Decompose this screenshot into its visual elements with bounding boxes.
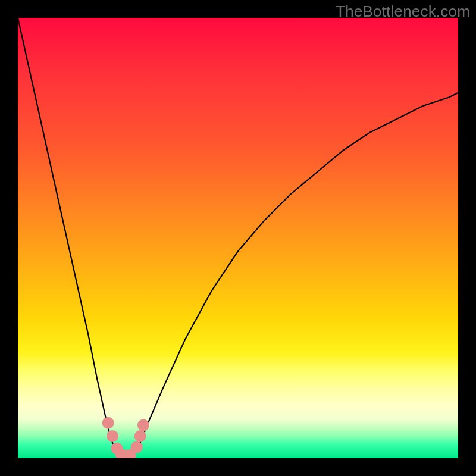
highlight-dot xyxy=(107,430,118,442)
highlight-dot xyxy=(131,441,143,453)
chart-plot-area xyxy=(18,18,458,458)
highlight-dot xyxy=(102,417,114,429)
highlight-dot xyxy=(134,430,146,442)
watermark-text: TheBottleneck.com xyxy=(336,2,470,21)
chart-svg xyxy=(18,18,458,458)
highlight-dot xyxy=(137,419,149,431)
highlight-dot-group xyxy=(102,417,149,458)
bottleneck-curve-path xyxy=(18,18,458,457)
chart-frame: TheBottleneck.com xyxy=(0,0,476,476)
